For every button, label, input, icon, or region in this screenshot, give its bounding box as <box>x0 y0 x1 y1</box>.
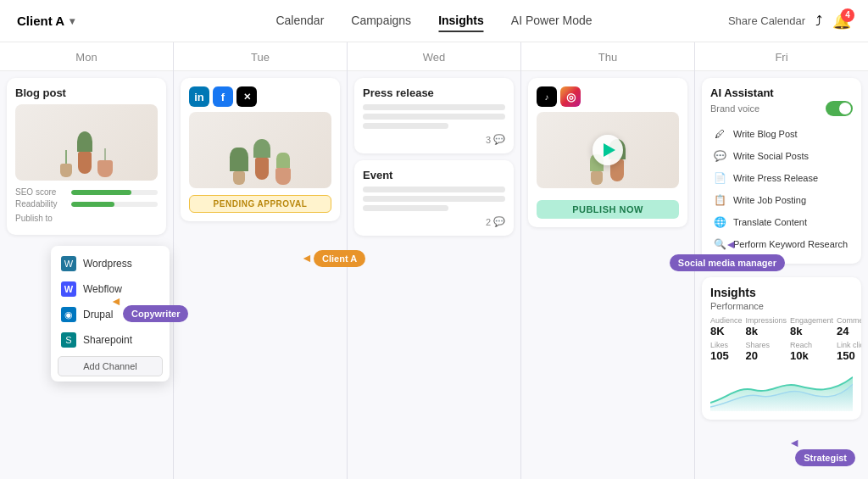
write-blog-post-label: Write Blog Post <box>733 129 798 139</box>
event-lines <box>363 187 505 211</box>
write-job-posting-item[interactable]: 📋 Write Job Posting <box>710 189 853 211</box>
reach-label: Reach <box>790 341 833 349</box>
stat-audience: Audience 8K <box>710 316 743 337</box>
chevron-down-icon: ▾ <box>70 15 75 27</box>
thursday-card-image <box>537 112 679 188</box>
nav-campaigns[interactable]: Campaigns <box>351 10 411 32</box>
event-title: Event <box>363 169 505 181</box>
nav-calendar[interactable]: Calendar <box>275 10 324 32</box>
translate-content-item[interactable]: 🌐 Translate Content <box>710 211 853 233</box>
reach-value: 10k <box>790 349 833 362</box>
stat-reach: Reach 10k <box>790 341 833 362</box>
link-clicks-label: Link clicks <box>837 341 861 349</box>
write-social-posts-item[interactable]: 💬 Write Social Posts <box>710 145 853 167</box>
brand-voice-row: Brand voice <box>710 101 853 116</box>
strategist-tooltip: Strategist <box>795 449 855 466</box>
engagement-value: 8k <box>790 325 833 337</box>
notifications-button[interactable]: 🔔 4 <box>832 12 851 31</box>
twitter-icon[interactable]: ✕ <box>236 86 257 107</box>
brand-voice-toggle[interactable] <box>826 101 853 116</box>
sharepoint-icon: S <box>61 332 76 348</box>
comment-icon: 💬 <box>493 134 505 145</box>
share-calendar-label[interactable]: Share Calendar <box>728 14 805 27</box>
keyword-research-label: Perform Keyword Research <box>733 239 848 249</box>
tuesday-card: in f ✕ <box>181 78 340 221</box>
linkedin-icon[interactable]: in <box>189 86 209 107</box>
instagram-icon[interactable]: ◎ <box>560 86 581 107</box>
client-a-tooltip: Client A <box>314 250 365 267</box>
write-blog-post-item[interactable]: 🖊 Write Blog Post <box>710 123 853 145</box>
press-release-comments: 3 💬 <box>363 134 505 145</box>
likes-label: Likes <box>710 341 743 349</box>
translate-content-label: Translate Content <box>733 217 807 227</box>
write-press-release-label: Write Press Release <box>733 173 818 183</box>
stat-likes: Likes 105 <box>710 341 743 362</box>
seo-bar <box>71 190 158 195</box>
wednesday-header: Wed <box>348 42 520 71</box>
readability-bar <box>71 202 158 207</box>
nav-insights[interactable]: Insights <box>438 10 484 32</box>
engagement-label: Engagement <box>790 316 833 325</box>
job-posting-icon: 📋 <box>712 192 727 208</box>
comments-label: Comments <box>837 316 861 325</box>
wednesday-content: Press release 3 💬 Event <box>348 71 520 479</box>
blog-post-card: Blog post <box>7 78 166 235</box>
nav-ai-power-mode[interactable]: AI Power Mode <box>511 10 593 32</box>
thursday-social-icons: ♪ ◎ <box>537 86 679 107</box>
stat-comments: Comments 24 <box>837 316 861 337</box>
friday-content: AI Assistant Brand voice 🖊 Write Blog Po… <box>695 71 868 479</box>
strategist-arrow: ◄ <box>788 436 800 449</box>
audience-value: 8K <box>710 325 743 337</box>
comment-count: 3 <box>486 135 491 145</box>
press-release-card: Press release 3 💬 <box>354 78 514 153</box>
blog-post-image <box>15 104 158 181</box>
share-icon[interactable]: ⤴ <box>815 14 822 29</box>
readability-row: Readability <box>15 199 158 209</box>
wordpress-channel-item[interactable]: W Wordpress <box>51 251 170 276</box>
write-social-posts-label: Write Social Posts <box>733 151 809 161</box>
tiktok-icon[interactable]: ♪ <box>537 86 557 107</box>
nav-right: Share Calendar ⤴ 🔔 4 <box>728 12 851 31</box>
seo-score-row: SEO score <box>15 187 158 197</box>
stat-link-clicks: Link clicks 150 <box>837 341 861 362</box>
impressions-label: Impressions <box>746 316 787 325</box>
translate-icon: 🌐 <box>712 214 727 230</box>
client-selector[interactable]: Client A ▾ <box>17 14 75 28</box>
event-card: Event 2 💬 <box>354 160 514 236</box>
stats-grid: Audience 8K Impressions 8k Engagement 8k… <box>710 316 853 362</box>
shares-value: 20 <box>746 349 787 362</box>
play-triangle-icon <box>604 143 615 157</box>
event-comment-icon: 💬 <box>493 216 505 227</box>
social-posts-icon: 💬 <box>712 148 727 164</box>
monday-header: Mon <box>0 42 173 71</box>
write-press-release-item[interactable]: 📄 Write Press Release <box>710 167 853 189</box>
wordpress-icon: W <box>61 256 76 271</box>
nav-center: Calendar Campaigns Insights AI Power Mod… <box>275 10 592 32</box>
client-name: Client A <box>17 14 64 28</box>
stat-engagement: Engagement 8k <box>790 316 833 337</box>
social-icons-row: in f ✕ <box>189 86 331 107</box>
wave-chart <box>710 369 853 411</box>
publish-now-button[interactable]: PUBLISH NOW <box>537 200 679 219</box>
client-a-arrow: ◄ <box>301 251 313 265</box>
press-release-lines <box>363 104 505 129</box>
insights-title: Insights <box>710 286 853 299</box>
drupal-icon: ◉ <box>61 307 76 322</box>
wednesday-column: Wed Press release 3 💬 Event <box>348 42 521 479</box>
likes-value: 105 <box>710 349 743 362</box>
social-mgr-arrow: ◄ <box>725 237 737 251</box>
webflow-icon: W <box>61 281 76 297</box>
wordpress-label: Wordpress <box>83 258 132 270</box>
publish-to-label: Publish to <box>15 214 158 223</box>
sharepoint-channel-item[interactable]: S Sharepoint <box>51 327 170 353</box>
write-job-posting-label: Write Job Posting <box>733 195 806 205</box>
tuesday-card-image <box>189 112 331 188</box>
social-mgr-tooltip: Social media manager <box>670 254 785 271</box>
copywriter-tooltip: Copywriter <box>123 305 188 322</box>
friday-header: Fri <box>695 42 868 71</box>
play-button[interactable] <box>593 135 623 165</box>
facebook-icon[interactable]: f <box>213 86 233 107</box>
add-channel-button[interactable]: Add Channel <box>58 356 163 376</box>
event-comment-count: 2 <box>486 217 491 227</box>
pending-approval-badge: PENDING APPROVAL <box>189 195 331 213</box>
